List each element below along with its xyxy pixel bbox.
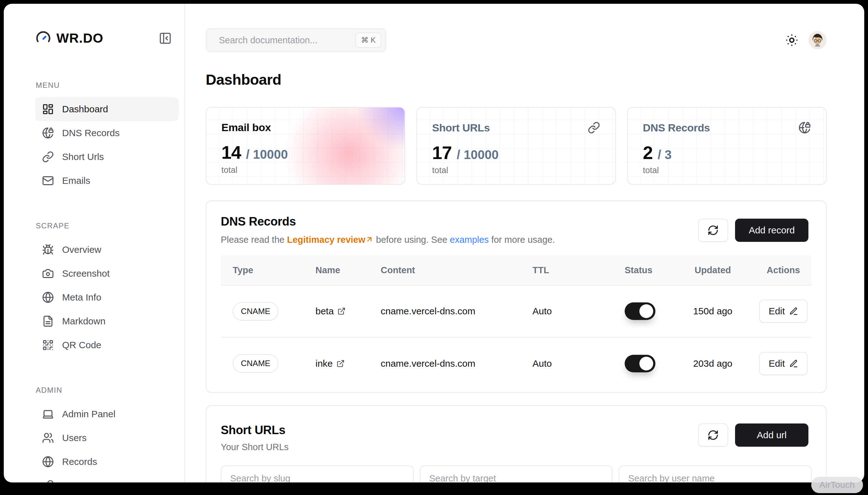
stat-caption: total: [643, 166, 811, 175]
sidebar-item-users[interactable]: Users: [35, 426, 179, 450]
edit-button[interactable]: Edit: [759, 352, 808, 375]
sidebar-item-label: Meta Info: [62, 292, 101, 303]
short-urls-panel: Short URLs Your Short URLs Add url: [206, 405, 827, 482]
table-header-row: Type Name Content TTL Status Updated Act…: [221, 256, 812, 285]
record-type-badge: CNAME: [233, 354, 278, 373]
dns-records-panel: DNS Records Please read the Legitimacy r…: [206, 201, 827, 393]
desc-text: Please read the: [221, 235, 287, 245]
qr-code-icon: [42, 339, 54, 351]
link-icon: [42, 151, 54, 163]
sidebar-item-dns-records[interactable]: DNS Records: [35, 121, 179, 145]
search-by-user-name-input[interactable]: [619, 465, 812, 482]
toggle-knob: [639, 304, 653, 318]
edit-label: Edit: [769, 306, 785, 317]
add-record-button[interactable]: Add record: [735, 219, 809, 242]
mail-icon: [42, 175, 54, 187]
legitimacy-review-link[interactable]: Legitimacy review: [287, 235, 365, 245]
record-ttl: Auto: [521, 285, 613, 337]
stat-card-title: Email box: [221, 121, 271, 134]
sidebar-item-label: Markdown: [62, 316, 105, 327]
page-title: Dashboard: [206, 71, 827, 88]
edit-button[interactable]: Edit: [759, 300, 808, 323]
theme-toggle-sun-icon[interactable]: [785, 33, 799, 47]
sidebar-item-label: QR Code: [62, 340, 101, 351]
col-header-actions: Actions: [755, 256, 812, 285]
refresh-icon: [708, 225, 719, 236]
search-placeholder: Search documentation...: [219, 35, 317, 46]
camera-icon: [42, 268, 54, 279]
sidebar-item-qr-code[interactable]: QR Code: [35, 333, 179, 357]
sidebar-item-label: Dashboard: [62, 104, 108, 115]
bug-icon: [42, 244, 54, 256]
record-updated: 203d ago: [671, 337, 755, 389]
record-content: cname.vercel-dns.com: [369, 337, 521, 389]
gauge-logo-icon: [36, 31, 51, 46]
sidebar-item-emails[interactable]: Emails: [35, 169, 179, 193]
sidebar-item-label: Admin Panel: [62, 409, 116, 420]
stat-value: 17: [432, 142, 452, 163]
sidebar-item-label: Overview: [62, 244, 101, 255]
sidebar-item-admin-panel[interactable]: Admin Panel: [35, 402, 179, 426]
record-name: inke: [315, 358, 333, 369]
sidebar-item-label: URLs: [62, 480, 86, 482]
sidebar-item-label: Users: [62, 432, 87, 443]
search-input[interactable]: Search documentation... ⌘ K: [206, 28, 386, 52]
status-toggle[interactable]: [625, 355, 655, 372]
stat-caption: total: [432, 166, 600, 175]
sidebar-item-dashboard[interactable]: Dashboard: [35, 97, 179, 121]
panel-collapse-icon[interactable]: [159, 32, 172, 45]
globe-lock-icon: [42, 127, 54, 139]
main-content: Search documentation... ⌘ K: [185, 4, 864, 482]
sidebar-item-label: Records: [62, 457, 97, 467]
sidebar-item-label: Screenshot: [62, 268, 110, 279]
stats-row: Email box 14 / 10000 total Short URLs 17: [206, 107, 827, 185]
pen-icon: [789, 359, 798, 368]
sidebar-item-records[interactable]: Records: [35, 450, 179, 474]
stat-card-title: DNS Records: [643, 122, 710, 134]
external-link-icon[interactable]: [337, 307, 346, 315]
external-link-icon[interactable]: [336, 359, 345, 368]
stat-card-title: Short URLs: [432, 122, 490, 134]
col-header-name: Name: [303, 256, 369, 285]
users-icon: [42, 432, 54, 444]
desc-text: for more usage.: [489, 235, 555, 245]
shortcut-badge: ⌘ K: [355, 33, 381, 48]
sidebar-item-meta-info[interactable]: Meta Info: [35, 286, 179, 309]
sidebar: WR.DO MENU Dashboard: [4, 4, 185, 482]
examples-link[interactable]: examples: [450, 235, 489, 245]
sidebar-nav: MENU Dashboard DNS Records: [4, 81, 185, 482]
sidebar-item-label: DNS Records: [62, 128, 120, 138]
stat-card-short-urls: Short URLs 17 / 10000 total: [416, 107, 616, 185]
sidebar-item-short-urls[interactable]: Short Urls: [35, 145, 179, 169]
sidebar-item-label: Short Urls: [62, 152, 104, 162]
globe-lock-icon: [798, 121, 811, 134]
edit-label: Edit: [769, 358, 785, 369]
globe-icon: [42, 291, 54, 303]
record-updated: 150d ago: [671, 285, 755, 337]
wrdo-logo: WR.DO: [36, 31, 103, 46]
stat-limit: / 10000: [246, 148, 288, 161]
record-type-badge: CNAME: [233, 302, 278, 321]
search-by-target-input[interactable]: [420, 465, 613, 482]
url-filters-row: [221, 465, 812, 482]
add-url-button[interactable]: Add url: [735, 424, 809, 447]
sidebar-item-urls[interactable]: URLs: [35, 474, 179, 482]
section-label-scrape: SCRAPE: [36, 221, 178, 230]
col-header-status: Status: [613, 256, 671, 285]
search-by-slug-input[interactable]: [221, 465, 414, 482]
refresh-button[interactable]: [698, 219, 728, 242]
file-text-icon: [42, 315, 54, 327]
laptop-icon: [42, 408, 54, 420]
link-icon: [588, 121, 600, 134]
stat-limit: / 10000: [457, 148, 499, 162]
stat-value: 2: [643, 142, 653, 163]
refresh-button[interactable]: [698, 424, 728, 447]
dns-records-table: Type Name Content TTL Status Updated Act…: [221, 256, 812, 389]
sidebar-item-markdown[interactable]: Markdown: [35, 309, 179, 333]
sidebar-item-overview[interactable]: Overview: [35, 238, 179, 262]
user-avatar[interactable]: [809, 31, 827, 49]
col-header-type: Type: [221, 256, 303, 285]
status-toggle[interactable]: [625, 302, 655, 320]
sidebar-item-screenshot[interactable]: Screenshot: [35, 262, 179, 286]
record-name: beta: [315, 306, 334, 317]
